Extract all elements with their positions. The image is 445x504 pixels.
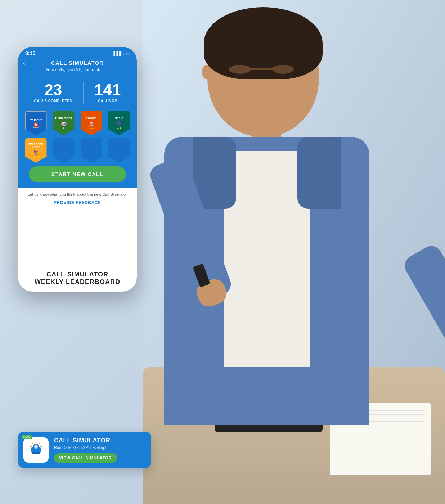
badge-empty-1-shape [53,138,75,163]
calls-label: CALLS COMPLETED [34,99,72,103]
battery-icon: ▭ [126,51,130,56]
badge-student[interactable]: STUDENT 🚨 [23,111,48,135]
stat-divider [83,82,84,104]
phone-screen: 8:15 ▐▐▐ ⌇ ▭ ‹ CALL SIMULATOR Run calls,… [18,47,137,292]
status-icons: ▐▐▐ ⌇ ▭ [112,51,130,56]
badge-student-icon: 🚨 [33,122,39,128]
badges-row-1: STUDENT 🚨 THIRD RIDER 🚑 ★ ROOKIE [23,111,131,135]
view-call-simulator-button[interactable]: VIEW CALL SIMULATOR [54,453,117,463]
badge-student-shape: STUDENT 🚨 [25,111,47,135]
badge-third-rider-label: THIRD RIDER [54,116,73,121]
status-time: 8:15 [25,50,35,56]
card-subtitle: Run Calls! Gain XP! Level up! [54,445,146,450]
badge-third-rider-stars: ★ [62,127,65,130]
wifi-icon: ⌇ [122,51,124,56]
feedback-section: Let us know what you think about the new… [18,188,137,265]
badge-student-label: STUDENT [28,118,43,122]
leaderboard-title: CALL SIMULATOR WEEKLY LEADERBOARD [23,271,131,286]
person-head [207,14,319,137]
screen-title: CALL SIMULATOR [25,60,130,66]
badge-rookie[interactable]: ROOKIE 🚨 ★★ [79,111,104,135]
provide-feedback-link[interactable]: PROVIDE FEEDBACK [23,200,131,205]
simulator-card: NEW CALL SIMULATOR Run Calls! Gain XP! L… [18,432,151,468]
stats-row: 23 CALLS COMPLETED 141 CALLS XP [18,77,137,107]
badge-third-rider-icon: 🚑 [60,121,67,126]
card-content: CALL SIMULATOR Run Calls! Gain XP! Level… [54,437,146,463]
siren-svg [28,441,44,456]
badge-rookie-stars: ★★ [89,127,94,130]
badges-section: STUDENT 🚨 THIRD RIDER 🚑 ★ ROOKIE [18,107,137,188]
person-glasses-right [272,65,294,74]
badge-rookie-label: ROOKIE [85,116,98,121]
badge-empty-2 [79,138,104,163]
badge-empty-1 [51,138,76,163]
badge-empty-3 [107,138,131,163]
glasses-bridge [249,68,274,70]
badge-rookie-icon: 🚨 [88,121,94,126]
svg-rect-2 [32,452,40,454]
jacket-lapel-right [297,137,341,209]
status-bar: 8:15 ▐▐▐ ⌇ ▭ [18,47,137,58]
screen-header: ‹ CALL SIMULATOR Run calls, gain XP, and… [18,58,137,77]
badge-seasoned-medic-shape: SEASONED MEDIC ⚕️ ★★★ [25,138,47,163]
alarm-icon [28,441,44,459]
badge-seasoned-medic[interactable]: SEASONED MEDIC ⚕️ ★★★ [23,138,48,163]
badge-empty-2-shape [81,138,102,163]
badge-third-rider-shape: THIRD RIDER 🚑 ★ [53,111,75,135]
new-badge: NEW [22,435,32,439]
badge-seasoned-medic-label: SEASONED MEDIC [25,142,47,149]
leaderboard-title-line2: WEEKLY LEADERBOARD [35,278,120,285]
svg-line-6 [32,443,33,444]
xp-stat: 141 CALLS XP [94,82,121,104]
badge-empty-3-shape [108,138,130,163]
card-icon-box: NEW [23,437,49,463]
person-glasses-left [229,65,251,74]
badge-medic-icon: ⚕️ [116,121,122,126]
badge-medic[interactable]: MEDIC ⚕️ ★★ [107,111,131,135]
calls-number: 23 [34,82,72,98]
card-title: CALL SIMULATOR [54,437,146,444]
xp-label: CALLS XP [94,99,121,103]
phone-in-hand [193,264,210,288]
back-button[interactable]: ‹ [23,60,25,67]
badge-medic-stars: ★★ [117,127,122,130]
badge-third-rider[interactable]: THIRD RIDER 🚑 ★ [51,111,76,135]
badge-medic-shape: MEDIC ⚕️ ★★ [108,111,130,135]
svg-line-5 [39,443,40,444]
person-area [143,0,445,504]
leaderboard-section: CALL SIMULATOR WEEKLY LEADERBOARD [18,265,137,292]
speech-bubble-tail [72,291,83,292]
badge-medic-label: MEDIC [113,116,124,121]
badge-seasoned-medic-icon: ⚕️ [33,149,39,155]
leaderboard-title-line1: CALL SIMULATOR [46,271,108,278]
badge-rookie-shape: ROOKIE 🚨 ★★ [81,111,102,135]
signal-icon: ▐▐▐ [112,51,121,55]
badge-seasoned-medic-stars: ★★★ [32,156,40,159]
screen-subtitle: Run calls, gain XP, and rank UP! [25,67,130,72]
svg-point-3 [34,445,38,449]
person-shirt [224,151,310,367]
xp-number: 141 [94,82,121,98]
badges-row-2: SEASONED MEDIC ⚕️ ★★★ [23,138,131,163]
calls-completed-stat: 23 CALLS COMPLETED [34,82,72,104]
feedback-text: Let us know what you think about the new… [23,192,131,197]
start-new-call-button[interactable]: START NEW CALL [29,166,126,182]
phone-mockup: 8:15 ▐▐▐ ⌇ ▭ ‹ CALL SIMULATOR Run calls,… [18,47,137,292]
